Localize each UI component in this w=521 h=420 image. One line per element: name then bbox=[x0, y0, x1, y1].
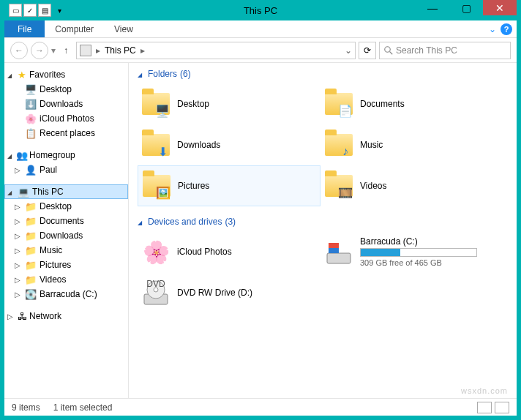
svg-text:DVD: DVD bbox=[146, 279, 165, 289]
group-header-folders[interactable]: Folders (6) bbox=[138, 69, 508, 79]
ribbon-expand-icon[interactable]: ⌄ bbox=[489, 24, 496, 34]
maximize-button[interactable]: ▢ bbox=[449, 0, 483, 15]
chevron-right-icon[interactable] bbox=[15, 276, 22, 284]
downloads-icon: ⬇️ bbox=[25, 98, 37, 110]
chevron-right-icon[interactable] bbox=[15, 261, 22, 269]
folder-icon: 📁 bbox=[25, 215, 37, 227]
folder-tile-downloads[interactable]: ⬇Downloads bbox=[138, 124, 321, 165]
navigation-pane: ★ Favorites 🖥️Desktop ⬇️Downloads 🌸iClou… bbox=[4, 63, 129, 398]
sidebar-item-desktop[interactable]: 📁Desktop bbox=[4, 199, 128, 214]
group-header-drives[interactable]: Devices and drives (3) bbox=[138, 217, 508, 227]
folder-tile-documents[interactable]: 📄Documents bbox=[321, 83, 503, 124]
drive-tile-dvd[interactable]: DVD DVD RW Drive (D:) bbox=[138, 272, 321, 313]
history-dropdown-icon[interactable]: ▾ bbox=[51, 45, 56, 56]
file-tab[interactable]: File bbox=[4, 20, 45, 37]
thispc-icon bbox=[80, 45, 91, 56]
folder-icon: 📁 bbox=[25, 230, 37, 241]
sidebar-item-icloud[interactable]: 🌸iCloud Photos bbox=[4, 111, 128, 126]
folder-icon: 📁 bbox=[25, 200, 37, 212]
address-bar[interactable]: ▸ This PC ▸ ⌄ bbox=[76, 42, 356, 59]
ribbon: File Computer View ⌄ ? bbox=[4, 20, 517, 38]
ribbon-tab-computer[interactable]: Computer bbox=[45, 20, 104, 37]
folder-tile-pictures[interactable]: 🖼️Pictures bbox=[138, 165, 321, 206]
watermark: wsxdn.com bbox=[461, 386, 508, 395]
folder-icon: ⬇ bbox=[140, 130, 171, 160]
chevron-right-icon[interactable] bbox=[15, 166, 22, 174]
chevron-down-icon[interactable] bbox=[138, 218, 145, 226]
sidebar-item-videos[interactable]: 📁Videos bbox=[4, 272, 128, 287]
folder-tile-videos[interactable]: 🎞️Videos bbox=[321, 165, 503, 206]
qat-newfolder-icon[interactable]: ▤ bbox=[38, 4, 51, 17]
folder-icon: 📄 bbox=[323, 89, 354, 119]
svg-rect-2 bbox=[327, 253, 351, 263]
status-item-count: 9 items bbox=[12, 402, 40, 413]
sidebar-item-downloads[interactable]: 📁Downloads bbox=[4, 228, 128, 243]
chevron-right-icon[interactable] bbox=[7, 312, 15, 320]
back-button[interactable]: ← bbox=[10, 42, 28, 59]
sidebar-item-pictures[interactable]: 📁Pictures bbox=[4, 258, 128, 272]
chevron-right-icon[interactable] bbox=[15, 247, 22, 255]
chevron-right-icon[interactable] bbox=[15, 232, 22, 240]
chevron-right-icon[interactable] bbox=[15, 290, 22, 299]
details-view-button[interactable] bbox=[477, 402, 492, 413]
app-icon[interactable]: ▭ bbox=[9, 4, 22, 17]
window-controls: — ▢ ✕ bbox=[416, 0, 517, 15]
sidebar-network[interactable]: 🖧 Network bbox=[4, 309, 128, 323]
chevron-down-icon[interactable] bbox=[138, 70, 145, 78]
forward-button[interactable]: → bbox=[31, 42, 48, 59]
folder-icon: 🎞️ bbox=[323, 170, 354, 201]
capacity-bar bbox=[360, 248, 477, 257]
photos-icon: 🌸 bbox=[25, 113, 37, 124]
chevron-down-icon[interactable] bbox=[7, 188, 15, 196]
star-icon: ★ bbox=[16, 69, 28, 80]
user-icon: 👤 bbox=[25, 164, 37, 176]
folder-tile-music[interactable]: ♪Music bbox=[321, 124, 503, 165]
sidebar-item-barracuda[interactable]: 💽Barracuda (C:) bbox=[4, 287, 128, 301]
help-icon[interactable]: ? bbox=[501, 23, 512, 35]
tiles-view-button[interactable] bbox=[495, 402, 509, 413]
folder-icon: 🖥️ bbox=[140, 89, 171, 119]
sidebar-favorites[interactable]: ★ Favorites bbox=[4, 67, 128, 82]
chevron-down-icon[interactable] bbox=[7, 71, 15, 79]
status-selected-count: 1 item selected bbox=[53, 402, 113, 413]
content-pane[interactable]: Folders (6) 🖥️Desktop 📄Documents ⬇Downlo… bbox=[129, 63, 517, 398]
navigation-bar: ← → ▾ ↑ ▸ This PC ▸ ⌄ ⟳ Search This PC bbox=[4, 38, 517, 63]
folder-icon: 🖼️ bbox=[141, 170, 172, 201]
sidebar-thispc[interactable]: 💻 This PC bbox=[4, 184, 128, 199]
close-button[interactable]: ✕ bbox=[483, 0, 517, 15]
titlebar[interactable]: ▭ ✓ ▤ ▾ This PC — ▢ ✕ bbox=[4, 0, 517, 20]
sidebar-item-music[interactable]: 📁Music bbox=[4, 243, 128, 258]
sidebar-item-paul[interactable]: 👤Paul bbox=[4, 162, 128, 177]
folders-group: Folders (6) 🖥️Desktop 📄Documents ⬇Downlo… bbox=[138, 69, 508, 206]
ribbon-tab-view[interactable]: View bbox=[104, 20, 143, 37]
minimize-button[interactable]: — bbox=[416, 0, 449, 15]
window-title: This PC bbox=[244, 5, 277, 16]
chevron-right-icon[interactable]: ▸ bbox=[94, 45, 102, 56]
refresh-button[interactable]: ⟳ bbox=[359, 42, 376, 59]
sidebar-item-documents[interactable]: 📁Documents bbox=[4, 214, 128, 228]
chevron-right-icon[interactable] bbox=[15, 203, 22, 211]
computer-icon: 💻 bbox=[18, 186, 29, 198]
sidebar-homegroup[interactable]: 👥 Homegroup bbox=[4, 148, 128, 162]
folder-tile-desktop[interactable]: 🖥️Desktop bbox=[138, 83, 321, 124]
chevron-right-icon[interactable]: ▸ bbox=[139, 45, 146, 56]
desktop-icon: 🖥️ bbox=[25, 83, 37, 95]
drive-icon: 💽 bbox=[25, 288, 37, 300]
homegroup-icon: 👥 bbox=[16, 149, 28, 161]
up-button[interactable]: ↑ bbox=[59, 43, 73, 58]
network-icon: 🖧 bbox=[16, 310, 28, 322]
qat-dropdown-icon[interactable]: ▾ bbox=[53, 4, 66, 17]
breadcrumb[interactable]: This PC bbox=[105, 45, 136, 56]
address-dropdown-icon[interactable]: ⌄ bbox=[345, 45, 352, 56]
drive-tile-barracuda[interactable]: Barracuda (C:) 309 GB free of 465 GB bbox=[321, 231, 503, 272]
sidebar-item-downloads[interactable]: ⬇️Downloads bbox=[4, 97, 128, 111]
drives-group: Devices and drives (3) 🌸 iCloud Photos B… bbox=[138, 217, 508, 313]
sidebar-item-recent[interactable]: 📋Recent places bbox=[4, 126, 128, 140]
status-bar: 9 items 1 item selected bbox=[4, 398, 517, 416]
chevron-down-icon[interactable] bbox=[7, 151, 15, 160]
chevron-right-icon[interactable] bbox=[15, 217, 22, 225]
qat-properties-icon[interactable]: ✓ bbox=[23, 4, 37, 17]
sidebar-item-desktop[interactable]: 🖥️Desktop bbox=[4, 82, 128, 97]
search-input[interactable]: Search This PC bbox=[379, 42, 511, 59]
drive-tile-icloud[interactable]: 🌸 iCloud Photos bbox=[138, 231, 321, 272]
